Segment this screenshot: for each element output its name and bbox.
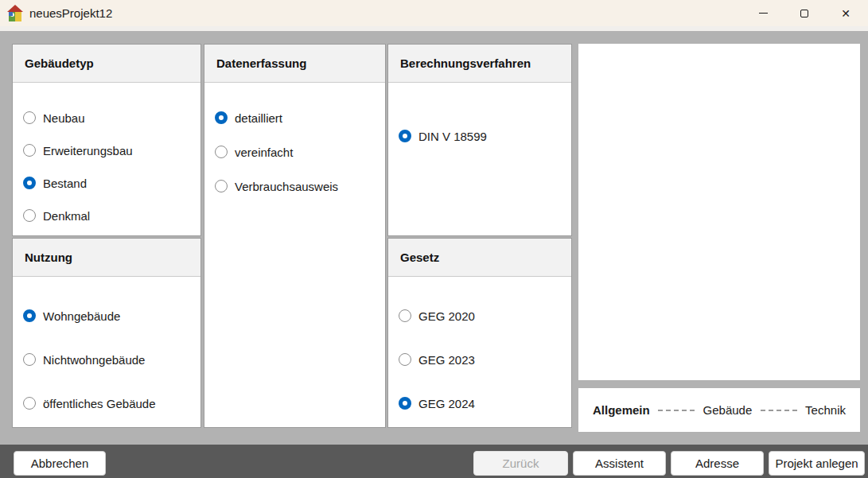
radio-icon [215,180,228,192]
radio-option-erweiterungsbau[interactable]: Erweiterungsbau [23,142,133,159]
radio-selected-icon [23,177,36,189]
radio-icon [399,353,411,366]
close-icon: ✕ [841,8,850,19]
panel-berechnungsverfahren: Berechnungsverfahren DIN V 18599 [387,44,572,236]
maximize-icon [800,10,808,17]
wizard-steps: Allgemein Gebäude Technik [578,388,860,432]
panel-gesetz: Gesetz GEG 2020 GEG 2023 GEG 2024 [387,238,572,428]
radio-selected-icon [215,111,228,124]
radio-icon [23,209,36,222]
create-project-button[interactable]: Projekt anlegen [769,451,865,476]
radio-option-neubau[interactable]: Neubau [23,109,85,126]
step-technik: Technik [805,403,846,417]
minimize-icon [759,13,768,14]
radio-option-detailliert[interactable]: detailliert [215,109,282,126]
footer-bar: Abbrechen Zurück Assistent Adresse Proje… [0,445,868,478]
radio-option-vereinfacht[interactable]: vereinfacht [215,143,293,161]
window-title: neuesProjekt12 [29,6,112,20]
radio-option-geg-2024[interactable]: GEG 2024 [399,394,475,412]
radio-option-nichtwohngebaeude[interactable]: Nichtwohngebäude [23,351,145,368]
close-button[interactable]: ✕ [825,0,866,26]
app-house-icon [7,5,23,22]
radio-icon [399,309,411,322]
preview-area [578,44,860,380]
radio-option-wohngebaeude[interactable]: Wohngebäude [23,307,120,324]
radio-icon [23,144,36,157]
radio-selected-icon [23,309,36,322]
titlebar-divider [0,26,868,31]
panel-datenerfassung-title: Datenerfassung [204,45,385,83]
step-gebaeude: Gebäude [703,403,753,417]
radio-selected-icon [399,397,411,410]
panel-gesetz-title: Gesetz [388,239,571,277]
panel-gebaeudetyp: Gebäudetyp Neubau Erweiterungsbau Bestan… [12,44,201,236]
radio-icon [23,111,36,124]
radio-option-denkmal[interactable]: Denkmal [23,207,90,224]
radio-icon [23,353,36,366]
titlebar: neuesProjekt12 ✕ [0,0,868,26]
panel-berechnungsverfahren-title: Berechnungsverfahren [388,45,571,83]
step-connector-dash [658,410,695,411]
maximize-button[interactable] [784,0,825,26]
panel-gebaeudetyp-title: Gebäudetyp [13,45,200,83]
app-window: neuesProjekt12 ✕ Gebäudetyp Neubau Erwei… [0,0,868,478]
panel-nutzung-title: Nutzung [13,239,200,277]
cancel-button[interactable]: Abbrechen [14,451,106,476]
back-button[interactable]: Zurück [473,451,568,476]
radio-selected-icon [399,130,411,142]
radio-icon [215,146,228,158]
radio-option-din-v-18599[interactable]: DIN V 18599 [399,127,487,145]
assistant-button[interactable]: Assistent [573,451,666,476]
radio-option-oeffentliches-gebaeude[interactable]: öffentliches Gebäude [23,394,156,412]
panel-datenerfassung: Datenerfassung detailliert vereinfacht V… [204,44,386,428]
panel-nutzung: Nutzung Wohngebäude Nichtwohngebäude öff… [12,238,201,428]
window-controls: ✕ [742,0,866,26]
radio-option-bestand[interactable]: Bestand [23,174,87,192]
radio-icon [23,397,36,410]
radio-option-geg-2020[interactable]: GEG 2020 [399,307,475,324]
step-connector-dash [761,410,797,411]
radio-option-verbrauchsausweis[interactable]: Verbrauchsausweis [215,177,338,195]
minimize-button[interactable] [742,0,784,26]
address-button[interactable]: Adresse [671,451,764,476]
radio-option-geg-2023[interactable]: GEG 2023 [399,351,475,368]
step-allgemein: Allgemein [593,403,650,417]
